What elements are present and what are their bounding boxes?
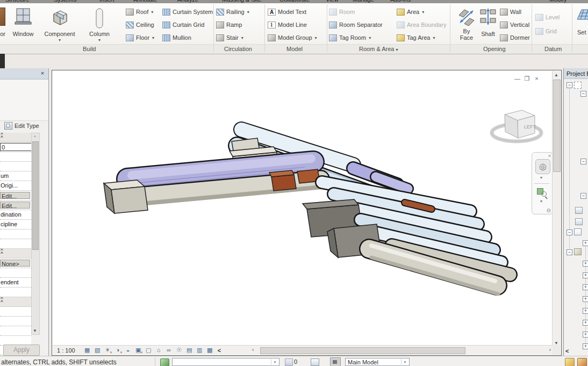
- dropdown-arrow-icon[interactable]: ▾: [401, 359, 408, 365]
- floor-button[interactable]: Floor▾: [126, 33, 154, 42]
- tree-expand-icon[interactable]: +: [583, 320, 588, 326]
- column-button[interactable]: Column ▾: [85, 4, 114, 46]
- temporary-view-properties-icon[interactable]: ▤: [185, 346, 194, 354]
- scroll-up-icon[interactable]: ▲: [553, 71, 560, 79]
- tag-area-button[interactable]: Tag Area▾: [397, 33, 435, 42]
- visual-style-icon[interactable]: ▧: [93, 346, 102, 354]
- tree-item-legend-icon[interactable]: [575, 218, 583, 225]
- curtain-system-button[interactable]: Curtain System: [162, 8, 213, 16]
- tree-expand-icon[interactable]: +: [583, 332, 588, 338]
- close-icon[interactable]: ×: [39, 69, 46, 77]
- set-work-plane-button[interactable]: Set: [574, 4, 588, 46]
- active-workset-select[interactable]: ▾: [172, 358, 279, 366]
- property-row[interactable]: None>: [0, 259, 31, 268]
- collapse-chevron-icon[interactable]: ^^: [1, 133, 28, 139]
- property-row[interactable]: [0, 152, 31, 162]
- tree-collapse-icon[interactable]: −: [580, 91, 586, 97]
- model-line-button[interactable]: ⌇Model Line: [268, 20, 307, 29]
- design-option-select[interactable]: Main Model ▾: [345, 358, 410, 366]
- active-only-toggle-icon[interactable]: [330, 357, 341, 366]
- property-row[interactable]: [0, 317, 31, 326]
- ribbon-tab-view[interactable]: View: [326, 0, 339, 3]
- reveal-hidden-elements-icon[interactable]: ☉: [175, 346, 184, 354]
- property-row[interactable]: [0, 229, 31, 239]
- scroll-right-icon[interactable]: ›: [549, 347, 551, 353]
- temporary-hide-isolate-icon[interactable]: ∞: [164, 346, 174, 354]
- tree-item-sheet-icon[interactable]: [574, 228, 582, 235]
- panel-label-datum[interactable]: Datum: [544, 46, 562, 52]
- ribbon-tab-insert[interactable]: Insert: [99, 0, 114, 3]
- tree-item-legend-icon[interactable]: [575, 207, 583, 214]
- tree-expand-icon[interactable]: +: [583, 308, 588, 314]
- panel-label-opening[interactable]: Opening: [483, 46, 506, 52]
- property-row[interactable]: Edit...: [0, 200, 31, 210]
- ramp-button[interactable]: Ramp: [216, 20, 242, 29]
- collapse-vcb-icon[interactable]: <: [218, 347, 221, 354]
- scrollbar-thumb[interactable]: [553, 80, 561, 172]
- tree-collapse-icon[interactable]: −: [567, 82, 572, 88]
- railing-button[interactable]: Railing▾: [216, 8, 249, 16]
- dropdown-arrow-icon[interactable]: ▾: [540, 175, 542, 180]
- properties-scrollbar[interactable]: ^ ▼: [31, 133, 40, 335]
- tree-expand-icon[interactable]: +: [583, 284, 588, 290]
- scroll-up-icon[interactable]: ^: [32, 133, 38, 140]
- ceiling-button[interactable]: Ceiling: [126, 20, 154, 29]
- viewcube[interactable]: LEFT: [489, 103, 549, 148]
- ribbon-tab-analyze[interactable]: Analyze: [177, 0, 198, 3]
- area-boundary-button[interactable]: Area Boundary: [397, 20, 446, 29]
- ribbon-tab-add-ins[interactable]: Add-Ins: [390, 0, 411, 3]
- collapse-navbar-icon[interactable]: ⊖: [547, 207, 551, 213]
- tag-room-button[interactable]: Tag Room▾: [329, 33, 371, 42]
- ribbon-tab-modify[interactable]: Modify: [549, 0, 567, 3]
- property-row[interactable]: [0, 239, 31, 249]
- door-button[interactable]: Door: [0, 4, 9, 46]
- property-row[interactable]: Origi...: [0, 181, 31, 191]
- close-view-icon[interactable]: ×: [533, 75, 541, 82]
- property-row[interactable]: [0, 162, 31, 171]
- close-icon[interactable]: ×: [548, 153, 551, 159]
- steering-wheel-button[interactable]: ◎: [535, 159, 550, 174]
- horizontal-scrollbar[interactable]: ‹ ›: [250, 345, 553, 355]
- property-row[interactable]: [0, 268, 31, 278]
- tree-collapse-icon[interactable]: −: [567, 249, 572, 255]
- minimize-view-icon[interactable]: —: [513, 75, 521, 82]
- restore-view-icon[interactable]: ❐: [523, 75, 531, 82]
- shaft-button[interactable]: Shaft: [478, 4, 498, 46]
- edit-type-button[interactable]: Edit Type: [0, 120, 48, 131]
- displacement-sets-icon[interactable]: ▩: [205, 346, 214, 354]
- tree-expand-icon[interactable]: +: [583, 343, 588, 349]
- dropdown-arrow-icon[interactable]: ▾: [540, 199, 542, 204]
- crop-view-icon[interactable]: ▣×: [134, 346, 143, 354]
- tree-expand-icon[interactable]: +: [583, 261, 588, 267]
- type-selector[interactable]: [0, 80, 48, 121]
- stair-button[interactable]: Stair▾: [216, 33, 243, 42]
- window-button[interactable]: Window: [10, 4, 37, 46]
- scroll-down-icon[interactable]: ▼: [32, 327, 38, 334]
- property-row[interactable]: [0, 288, 31, 297]
- analytical-model-icon[interactable]: ▥: [195, 346, 204, 354]
- property-row[interactable]: dination: [0, 210, 31, 220]
- tree-collapse-icon[interactable]: −: [567, 229, 572, 235]
- worksets-icon[interactable]: [160, 358, 169, 366]
- ribbon-tab-structure[interactable]: Structure: [5, 0, 30, 3]
- tree-item-dash-icon[interactable]: [574, 82, 582, 89]
- lock-3d-view-icon[interactable]: ⌂: [154, 346, 163, 354]
- ribbon-tab-manage[interactable]: Manage: [353, 0, 374, 3]
- scroll-left-icon[interactable]: ‹: [252, 347, 254, 353]
- area-button[interactable]: Area▾: [397, 8, 424, 16]
- property-row[interactable]: [0, 326, 31, 336]
- vertical-opening-button[interactable]: Vertical: [500, 20, 529, 29]
- property-row[interactable]: um: [0, 171, 31, 181]
- shadows-icon[interactable]: ◑×: [113, 346, 123, 354]
- property-row[interactable]: ^^: [0, 133, 31, 142]
- editable-only-icon[interactable]: [285, 358, 293, 366]
- ribbon-tab-massing-site[interactable]: Massing & Site: [222, 0, 261, 3]
- tree-expand-icon[interactable]: +: [583, 272, 588, 278]
- property-row[interactable]: cipline: [0, 220, 31, 229]
- room-button[interactable]: Room: [329, 8, 355, 16]
- level-button[interactable]: Level: [535, 13, 560, 21]
- collapse-chevron-icon[interactable]: ^^: [1, 297, 28, 304]
- drawing-area[interactable]: — ❐ × LEFT × ◎ ▾ ▾ ⊖ ▲ ▼ 1 : 100: [52, 70, 562, 356]
- scrollbar-thumb[interactable]: [260, 347, 465, 354]
- panel-label-circulation[interactable]: Circulation: [224, 46, 252, 52]
